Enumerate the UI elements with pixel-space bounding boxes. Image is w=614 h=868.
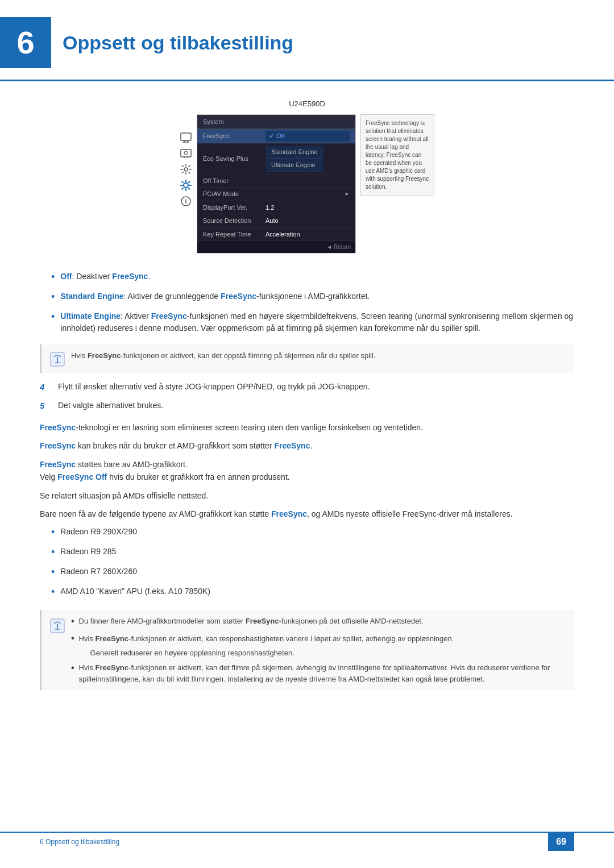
- standard-engine-item: Standard Engine: [265, 146, 323, 159]
- bullet-ultimate-text: Ultimate Engine: Aktiver FreeSync-funksj…: [60, 310, 574, 334]
- svg-point-9: [184, 183, 188, 188]
- svg-rect-0: [181, 133, 191, 140]
- page-header: 6 Oppsett og tilbakestilling: [0, 0, 614, 81]
- freesync-ref-1: FreeSync: [112, 272, 148, 281]
- osd-source-row: Source Detection Auto: [197, 214, 355, 228]
- gpu-dot-2: •: [51, 545, 55, 560]
- svg-point-8: [184, 168, 188, 171]
- note2-dot-2: •: [71, 632, 74, 645]
- source-value: Auto: [265, 216, 350, 226]
- freesync-label: FreeSync: [203, 131, 265, 141]
- freesync-off-ref: FreeSync Off: [57, 472, 107, 481]
- gpu-text-4: AMD A10 "Kaveri" APU (f.eks. A10 7850K): [60, 585, 210, 597]
- osd-icons: i: [180, 131, 192, 207]
- gear-icon: [180, 179, 192, 192]
- note2-dot-1: •: [71, 614, 74, 628]
- note2-dot-3: •: [71, 661, 74, 675]
- freesync-inline-3: FreeSync: [274, 441, 310, 450]
- note-1-text: Hvis FreeSync-funksjonen er aktivert, ka…: [71, 350, 375, 362]
- freesync-ref-3: FreeSync: [151, 312, 187, 321]
- gpu-item-1: • Radeon R9 290X/290: [40, 526, 574, 540]
- note-icon-2: [49, 618, 65, 634]
- gpu-text-1: Radeon R9 290X/290: [60, 526, 137, 538]
- pcav-label: PC/AV Mode: [203, 189, 265, 199]
- monitor-id: U24E590D: [289, 98, 325, 110]
- svg-text:i: i: [185, 198, 186, 205]
- freesync-value: ✓Off: [265, 131, 350, 142]
- gpu-list: • Radeon R9 290X/290 • Radeon R9 285 • R…: [40, 526, 574, 600]
- chapter-number: 6: [0, 17, 51, 68]
- step-number-4: 4: [40, 381, 51, 394]
- gpu-text-3: Radeon R7 260X/260: [60, 566, 137, 578]
- displayport-label: DisplayPort Ver.: [203, 203, 265, 213]
- freesync-ref-2: FreeSync: [221, 292, 256, 301]
- step-4-text: Flytt til ønsket alternativ ved å styre …: [58, 381, 370, 393]
- gpu-dot-1: •: [51, 525, 55, 540]
- osd-keyrepeat-row: Key Repeat Time Acceleration: [197, 228, 355, 242]
- bullet-off: • Off: Deaktiver FreeSync.: [40, 271, 574, 285]
- bullet-standard: • Standard Engine: Aktiver de grunnlegge…: [40, 290, 574, 305]
- gpu-item-3: • Radeon R7 260X/260: [40, 566, 574, 580]
- step-5: 5 Det valgte alternativet brukes.: [40, 400, 574, 413]
- monitor-diagram: i System FreeSync ✓Off: [180, 114, 434, 254]
- ecosaving-label: Eco Saving Plus: [203, 154, 265, 164]
- freesync-inline-2: FreeSync: [40, 441, 76, 450]
- osd-tooltip: FreeSync technology is solution that eli…: [360, 114, 434, 196]
- monitor-section: U24E590D: [40, 98, 574, 254]
- keyrepeat-value: Acceleration: [265, 230, 350, 239]
- note-icon-1: [49, 351, 65, 367]
- svg-point-7: [184, 151, 188, 155]
- monitor-icon: [180, 131, 192, 144]
- bullet-section: • Off: Deaktiver FreeSync. • Standard En…: [40, 271, 574, 334]
- ultimate-engine-label: Ultimate Engine: [60, 312, 121, 321]
- note-box-2: • Du finner flere AMD-grafikkortmodeller…: [40, 610, 574, 690]
- info-icon: i: [180, 195, 192, 207]
- off-label: Off: [60, 272, 72, 281]
- footer-chapter-label: 6 Oppsett og tilbakestilling: [40, 837, 119, 847]
- keyrepeat-label: Key Repeat Time: [203, 230, 265, 239]
- gpu-item-4: • AMD A10 "Kaveri" APU (f.eks. A10 7850K…: [40, 585, 574, 600]
- bullet-dot-3: •: [51, 309, 55, 325]
- chapter-title: Oppsett og tilbakestilling: [63, 28, 293, 57]
- note2-text-1: Du finner flere AMD-grafikkortmodeller s…: [79, 616, 424, 627]
- para-3: FreeSync støttes bare av AMD-grafikkort.…: [40, 458, 574, 484]
- step-4: 4 Flytt til ønsket alternativ ved å styr…: [40, 381, 574, 394]
- freesync-inline-4: FreeSync: [40, 460, 76, 469]
- bullet-standard-text: Standard Engine: Aktiver de grunnleggend…: [60, 290, 370, 302]
- footer-page-number: 69: [548, 833, 574, 851]
- osd-submenu: Standard Engine Ultimate Engine: [265, 146, 323, 172]
- bullet-dot-2: •: [51, 289, 55, 305]
- bullet-dot-1: •: [51, 269, 55, 285]
- freesync-inline-5: FreeSync: [271, 509, 307, 518]
- gpu-item-2: • Radeon R9 285: [40, 546, 574, 560]
- step-number-5: 5: [40, 400, 51, 413]
- osd-return: ◄ Return: [197, 241, 355, 253]
- osd-freesync-row: FreeSync ✓Off: [197, 129, 355, 144]
- para-2: FreeSync kan brukes når du bruker et AMD…: [40, 439, 574, 452]
- osd-menu: System FreeSync ✓Off Eco Saving Plus Sta…: [197, 114, 356, 254]
- settings-icon: [180, 163, 192, 176]
- step-5-text: Det valgte alternativet brukes.: [58, 400, 163, 412]
- svg-rect-4: [181, 149, 191, 157]
- bullet-ultimate: • Ultimate Engine: Aktiver FreeSync-funk…: [40, 310, 574, 334]
- gpu-text-2: Radeon R9 285: [60, 546, 116, 558]
- note2-text-2: Hvis FreeSync-funksjonen er aktivert, ka…: [79, 634, 454, 643]
- osd-displayport-row: DisplayPort Ver. 1.2: [197, 201, 355, 215]
- gpu-dot-4: •: [51, 584, 55, 600]
- osd-container: i System FreeSync ✓Off: [180, 114, 434, 254]
- osd-offtimer-row: Off Timer: [197, 175, 355, 188]
- note-box-1: Hvis FreeSync-funksjonen er aktivert, ka…: [40, 344, 574, 373]
- source-label: Source Detection: [203, 216, 265, 226]
- offtimer-label: Off Timer: [203, 176, 265, 186]
- para-5: Bare noen få av de følgende typene av AM…: [40, 508, 574, 520]
- note2-text-3: Hvis FreeSync-funksjonen er aktivert, ka…: [79, 662, 566, 684]
- displayport-value: 1.2: [265, 203, 350, 213]
- brightness-icon: [180, 147, 192, 160]
- note2-subtext: Generelt reduserer en høyere oppløsning …: [90, 649, 294, 657]
- osd-pcav-row: PC/AV Mode ►: [197, 188, 355, 201]
- osd-ecosaving-row: Eco Saving Plus Standard Engine Ultimate…: [197, 144, 355, 175]
- page-footer: 6 Oppsett og tilbakestilling 69: [0, 832, 614, 851]
- para-1: FreeSync-teknologi er en løsning som eli…: [40, 421, 574, 434]
- arrow-icon: ►: [345, 190, 350, 198]
- gpu-dot-3: •: [51, 564, 55, 580]
